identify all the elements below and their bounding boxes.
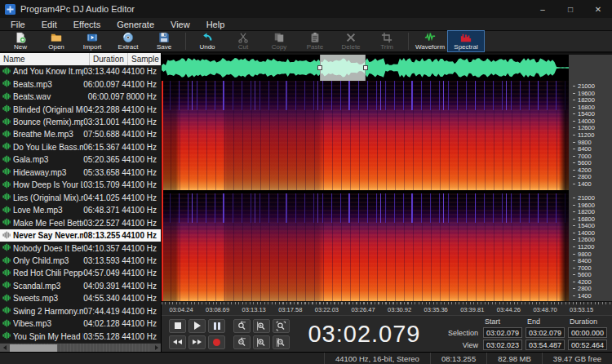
paste-clipboard-icon — [309, 32, 321, 43]
zoom-to-selection-button[interactable] — [273, 335, 290, 349]
file-row[interactable]: Blinded (Original Mix).mp304:23.28844100… — [0, 103, 161, 115]
file-name: And You Know It.mp3 — [13, 67, 83, 76]
file-row[interactable]: And You Know It.mp303:13.44044100 Hz — [0, 65, 161, 78]
file-row[interactable]: Swing 2 Harmony.mp307:44.41944100 Hz — [0, 305, 161, 317]
zoom-in-horizontal-button[interactable] — [253, 319, 270, 333]
file-row[interactable]: Bounce (Remix).mp303:31.00144100 Hz — [0, 116, 161, 128]
file-row[interactable]: Beats.wav06:00.0978000 Hz — [0, 91, 161, 103]
rewind-button[interactable] — [169, 335, 186, 349]
waveform-overview[interactable] — [162, 55, 569, 81]
zoom-out-horizontal-button[interactable] — [233, 319, 251, 333]
close-button[interactable]: ✕ — [584, 0, 612, 18]
minimize-button[interactable]: – — [529, 0, 557, 18]
frequency-tick-label: 19600 — [573, 91, 610, 96]
play-button[interactable] — [188, 319, 206, 333]
frequency-tick-label: 19600 — [573, 202, 610, 208]
view-region-right-handle[interactable] — [363, 65, 368, 70]
toolbar-button-label: New — [14, 44, 27, 51]
column-header-name[interactable]: Name — [0, 53, 90, 65]
file-row[interactable]: Sweets.mp304:55.34044100 Hz — [0, 292, 161, 304]
audio-file-icon — [2, 206, 11, 215]
waveform-button[interactable]: Waveform — [412, 31, 448, 51]
zoom-out-vertical-button[interactable] — [233, 335, 251, 349]
maximize-button[interactable]: □ — [557, 0, 584, 18]
file-name: Hideaway.mp3 — [13, 168, 66, 177]
view-start-field[interactable]: 03:02.023 — [483, 340, 522, 350]
scroll-left-icon[interactable] — [0, 344, 9, 352]
file-row[interactable]: Scandal.mp304:09.39144100 Hz — [0, 280, 161, 292]
menu-item-edit[interactable]: Edit — [33, 20, 65, 29]
file-row[interactable]: Beats.mp306:00.09744100 Hz — [0, 78, 161, 90]
file-row[interactable]: Love Me.mp306:48.37144100 Hz — [0, 204, 161, 216]
scrollbar-thumb[interactable] — [10, 344, 57, 352]
selection-duration-field[interactable]: 00:00.000 — [568, 327, 607, 338]
audio-file-icon — [2, 118, 11, 127]
view-duration-field[interactable]: 00:52.464 — [568, 340, 607, 350]
file-row[interactable]: Breathe Me.mp307:50.68844100 Hz — [0, 128, 161, 140]
file-row[interactable]: Do You Like Bass.mp306:15.36744100 Hz — [0, 141, 161, 153]
menu-item-file[interactable]: File — [2, 20, 33, 29]
file-row[interactable]: Vibes.mp304:02.12844100 Hz — [0, 317, 161, 330]
file-row[interactable]: Lies (Original Mix).mp304:41.02544100 Hz — [0, 192, 161, 204]
view-region-left-handle[interactable] — [317, 65, 322, 70]
file-row[interactable]: How Deep Is Your Love.mp303:15.70944100 … — [0, 179, 161, 191]
record-button[interactable] — [208, 335, 225, 349]
scroll-right-icon[interactable] — [152, 344, 161, 352]
spectrogram-view[interactable] — [162, 81, 569, 301]
frequency-tick-label: 15400 — [573, 223, 610, 229]
file-row[interactable]: Hideaway.mp305:33.65844100 Hz — [0, 166, 161, 179]
extract-button[interactable]: Extract — [110, 31, 146, 51]
frequency-tick-label: 7000 — [573, 265, 610, 271]
frequency-tick-label: 4200 — [573, 167, 610, 173]
toolbar: NewOpenImportExtractSaveUndoCutCopyPaste… — [0, 31, 612, 53]
overview-view-region[interactable] — [320, 55, 366, 81]
playhead-cursor[interactable] — [162, 81, 163, 301]
toolbar-button-label: Trim — [380, 44, 393, 51]
audio-file-icon — [2, 294, 11, 304]
menu-item-effects[interactable]: Effects — [65, 20, 109, 29]
view-end-field[interactable]: 03:54.487 — [526, 340, 565, 350]
selection-end-field[interactable]: 03:02.079 — [526, 327, 565, 338]
file-row[interactable]: Make Me Feel Better.mp303:22.52744100 Hz — [0, 216, 161, 229]
spectral-button[interactable]: Spectral — [448, 31, 484, 51]
status-segment: 08:13.255 — [430, 353, 486, 364]
menu-item-view[interactable]: View — [162, 20, 198, 29]
fast-forward-button[interactable] — [188, 335, 206, 349]
pause-button[interactable] — [208, 319, 225, 333]
file-row-selected[interactable]: Never Say Never.mp308:13.25544100 Hz — [0, 229, 161, 242]
file-row[interactable]: You Spin My Head Right Round...03:55.128… — [0, 331, 161, 343]
file-row[interactable]: Nobody Does It Better.mp304:10.35744100 … — [0, 242, 161, 254]
toolbar-button-label: Cut — [238, 44, 248, 51]
file-sample-rate: 44100 Hz — [122, 307, 161, 316]
file-name: Swing 2 Harmony.mp3 — [13, 307, 83, 316]
menu-item-help[interactable]: Help — [198, 20, 233, 29]
stop-button[interactable] — [169, 319, 186, 333]
column-header-sample-rate[interactable]: Sample Ra — [128, 53, 161, 65]
record-icon — [213, 339, 220, 346]
selection-start-field[interactable]: 03:02.079 — [483, 327, 522, 338]
timeline-ruler[interactable]: 03:04.2403:08.6903:13.1303:17.5803:22.03… — [162, 301, 612, 315]
new-button[interactable]: New — [2, 31, 38, 51]
zoom-in-vertical-icon — [256, 337, 267, 348]
file-row[interactable]: Red Hot Chili Peppers.mp304:57.04944100 … — [0, 267, 161, 279]
save-button[interactable]: Save — [146, 31, 182, 51]
zoom-out-horizontal-icon — [237, 321, 247, 331]
zoom-full-button[interactable] — [273, 319, 290, 333]
open-button[interactable]: Open — [38, 31, 74, 51]
file-row[interactable]: Gala.mp305:20.36544100 Hz — [0, 153, 161, 166]
file-name: Scandal.mp3 — [13, 282, 60, 291]
column-header-duration[interactable]: Duration — [90, 53, 128, 65]
file-row[interactable]: Only Child.mp303:13.59344100 Hz — [0, 255, 161, 267]
toolbar-button-label: Undo — [199, 44, 215, 51]
selection-col-header: Start — [483, 317, 522, 326]
delete-x-icon — [345, 32, 357, 43]
file-duration: 04:57.049 — [83, 269, 122, 277]
title-bar: Program4Pc DJ Audio Editor – □ ✕ — [0, 0, 612, 18]
horizontal-scrollbar[interactable] — [0, 343, 161, 352]
scrollbar-track[interactable] — [9, 344, 152, 352]
import-button[interactable]: Import — [74, 31, 110, 51]
menu-item-generate[interactable]: Generate — [109, 20, 162, 29]
frequency-tick-label: 15400 — [573, 111, 610, 117]
undo-button[interactable]: Undo — [189, 31, 225, 51]
zoom-in-vertical-button[interactable] — [253, 335, 270, 349]
